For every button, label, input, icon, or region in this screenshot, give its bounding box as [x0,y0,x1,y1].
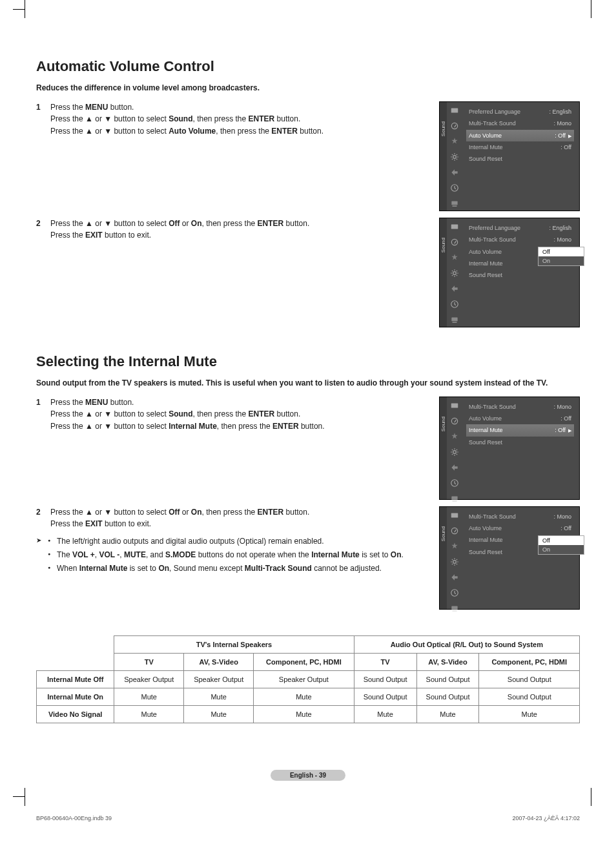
osd-icon [450,494,459,503]
table-col-header: TV [354,653,416,670]
osd-item: Internal Mute: Off▶ [466,424,574,436]
svg-rect-16 [451,496,457,500]
osd-item: Auto Volume: Off [466,522,574,534]
osd-item: Sound Reset [466,437,574,448]
osd-popup: OffOn [538,247,584,266]
osd-icon [450,269,459,278]
svg-rect-17 [453,500,457,501]
table-row: Internal Mute OnMuteMuteMuteSound Output… [37,688,580,705]
osd-icon [450,300,459,309]
svg-point-14 [453,450,457,453]
osd-icon [450,315,459,324]
svg-rect-22 [451,606,457,610]
table-row: Internal Mute OffSpeaker OutputSpeaker O… [37,670,580,688]
osd-item: Multi-Track Sound: Mono [466,234,574,245]
svg-rect-10 [451,317,457,321]
osd-icon [450,588,459,597]
osd-icon [450,448,459,457]
table-cell: Speaker Output [114,670,184,688]
note-item: ➤●The left/right audio outputs and digit… [36,535,427,547]
step-body: Press the ▲ or ▼ button to select Off or… [50,218,427,242]
step-body: Press the MENU button.Press the ▲ or ▼ b… [50,101,427,138]
step: 1 Press the MENU button.Press the ▲ or ▼… [36,101,427,138]
table-cell: Sound Output [479,688,580,705]
table-cell: Mute [254,705,354,723]
osd-icon [450,152,459,161]
osd-icon [450,573,459,582]
print-footer-left: BP68-00640A-00Eng.indb 39 [36,815,112,821]
osd-icon [450,222,459,231]
osd-icon [450,604,459,613]
osd-icon [450,199,459,208]
svg-point-13 [451,418,457,424]
osd-item: Preferred Language: English [466,222,574,234]
section-auto-volume: Automatic Volume Control Reduces the dif… [36,58,580,327]
table-cell: Sound Output [479,670,580,688]
osd-item: Preferred Language: English [466,106,574,118]
notes: ➤●The left/right audio outputs and digit… [36,535,427,574]
section-title: Automatic Volume Control [36,58,580,75]
table-cell: Mute [114,705,184,723]
osd-popup: OffOn [538,535,584,555]
osd-list: Multi-Track Sound: MonoAuto Volume: OffI… [462,507,579,609]
table-row-header: Internal Mute Off [37,670,114,688]
osd-icon [450,253,459,262]
step: 2 Press the ▲ or ▼ button to select Off … [36,506,427,530]
svg-rect-18 [451,513,458,517]
table-row: Video No SignalMuteMuteMuteMuteMuteMute [37,705,580,723]
step: 1 Press the MENU button.Press the ▲ or ▼… [36,397,427,433]
osd-icon-column [447,218,462,327]
osd-icon [450,106,459,115]
osd-item: Auto Volume: Off▶ [466,130,574,141]
table-col-row: TVAV, S-VideoComponent, PC, HDMITVAV, S-… [37,653,580,670]
table-cell: Mute [114,688,184,705]
osd-list: Preferred Language: EnglishMulti-Track S… [462,102,579,211]
table-col-header: AV, S-Video [416,653,479,670]
svg-rect-4 [451,201,457,205]
svg-point-2 [453,155,457,158]
svg-point-20 [453,560,457,563]
osd-icon-column [447,102,462,211]
table-cell: Sound Output [354,688,416,705]
table-cell: Mute [184,688,254,705]
table-col-header: TV [114,653,184,670]
svg-rect-23 [453,610,457,611]
page-footer: English - 39 [36,769,580,780]
svg-rect-12 [451,403,458,408]
osd-panel: SoundMulti-Track Sound: MonoAuto Volume:… [439,397,580,500]
osd-item: Multi-Track Sound: Mono [466,118,574,129]
osd-tab: Sound [440,507,447,609]
table-cell: Sound Output [354,670,416,688]
table-cell: Speaker Output [184,670,254,688]
osd-icon [450,121,459,130]
osd-icon [450,168,459,177]
osd-panel: SoundPreferred Language: EnglishMulti-Tr… [439,218,580,327]
osd-item: Internal Mute: Off [466,141,574,153]
osd-icon [450,526,459,535]
table-cell: Sound Output [416,670,479,688]
section-title: Selecting the Internal Mute [36,353,580,370]
table-body: Internal Mute OffSpeaker OutputSpeaker O… [37,670,580,723]
table-col-header: Component, PC, HDMI [254,653,354,670]
osd-item: Sound Reset [466,269,574,281]
osd-icon-column [447,397,462,499]
table-cell: Sound Output [416,688,479,705]
note-item: ●The VOL +, VOL -, MUTE, and S.MODE butt… [36,549,427,561]
svg-point-19 [451,528,457,533]
table-cell: Mute [479,705,580,723]
osd-icon [450,238,459,247]
osd-list: Multi-Track Sound: MonoAuto Volume: OffI… [462,397,579,499]
osd-icon-column [447,507,462,609]
spec-table: TV's Internal Speakers Audio Out Optical… [36,635,580,723]
osd-tab: Sound [440,397,447,499]
notes-list: ➤●The left/right audio outputs and digit… [36,535,427,574]
table-cell: Mute [254,688,354,705]
print-footer-right: 2007-04-23 ¿ÀÈÄ 4:17:02 [512,815,580,821]
osd-icon [450,284,459,293]
osd-icon [450,417,459,426]
svg-rect-11 [453,322,457,322]
osd-panel: SoundMulti-Track Sound: MonoAuto Volume:… [439,506,580,610]
table-cell: Mute [184,705,254,723]
table-row-header: Video No Signal [37,705,114,723]
svg-rect-6 [451,224,458,229]
